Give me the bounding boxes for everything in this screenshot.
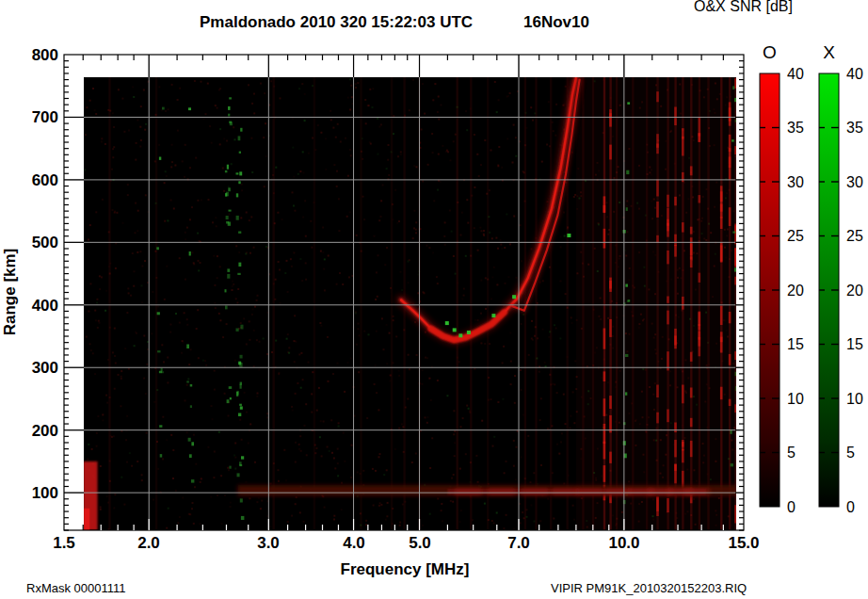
colorbar-o <box>760 73 780 507</box>
e-region-band <box>237 485 739 495</box>
ionogram-plot <box>0 0 868 599</box>
tx-artifact <box>83 461 97 530</box>
colorbar-x <box>819 73 839 507</box>
ionogram-page: { "chart_data": { "type": "heatmap", "ti… <box>0 0 868 599</box>
